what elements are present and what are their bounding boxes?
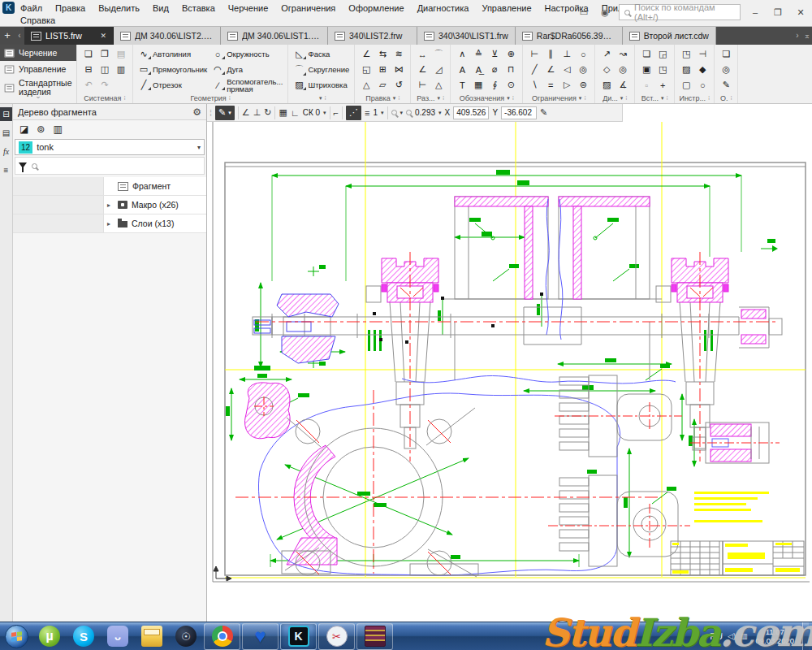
- tool-icon[interactable]: ∮: [486, 80, 503, 90]
- tool-icon[interactable]: +: [654, 80, 671, 90]
- tree-row[interactable]: ▸Макро (x26): [13, 196, 206, 214]
- eyedropper-icon[interactable]: ✎: [540, 107, 547, 118]
- x-coordinate-field[interactable]: 409.526: [453, 106, 489, 119]
- document-tab[interactable]: ДМ 340.06\LIST1.frw: [221, 27, 328, 45]
- current-layer-value[interactable]: 1: [373, 108, 378, 117]
- chevron-down-icon[interactable]: ▾: [507, 95, 510, 102]
- chevron-down-icon[interactable]: ▾: [381, 110, 384, 116]
- menu-item[interactable]: Оформление: [348, 3, 404, 13]
- tool-icon[interactable]: ↔: [414, 50, 430, 59]
- tool-icon[interactable]: ≋: [391, 49, 407, 59]
- tool-icon[interactable]: ↶: [80, 80, 97, 90]
- drag-handle[interactable]: ⁞: [209, 108, 212, 118]
- minimize-button[interactable]: –: [747, 7, 763, 17]
- tool-icon[interactable]: ▤: [113, 49, 129, 59]
- tool-icon[interactable]: ↝: [615, 49, 631, 59]
- tree-search-icon[interactable]: [32, 163, 37, 169]
- expand-icon[interactable]: ▸: [107, 220, 114, 228]
- language-indicator[interactable]: RU: [710, 631, 723, 641]
- tool-button[interactable]: ∿Автолиния: [136, 46, 209, 62]
- tool-icon[interactable]: ▱: [374, 80, 391, 90]
- menu-item[interactable]: Управление: [481, 3, 532, 13]
- tabs-scroll-left[interactable]: ‹: [15, 27, 24, 45]
- taskbar-explorer-button[interactable]: [136, 623, 168, 650]
- tool-icon[interactable]: ◳: [678, 49, 694, 59]
- command-search[interactable]: Поиск по командам (Alt+/): [619, 4, 741, 20]
- tool-icon[interactable]: △: [358, 80, 374, 90]
- tool-icon[interactable]: ⊓: [503, 64, 519, 75]
- clock[interactable]: 11:07 09.03.2020: [752, 627, 797, 645]
- tool-icon[interactable]: ∥: [542, 49, 559, 59]
- tool-icon[interactable]: А: [454, 65, 470, 75]
- taskbar-steam-button[interactable]: ☉: [170, 623, 202, 650]
- tool-icon[interactable]: ◁: [559, 64, 575, 75]
- taskbar-utorrent-button[interactable]: µ: [33, 623, 66, 650]
- tool-icon[interactable]: ⊣: [694, 49, 710, 59]
- tool-icon[interactable]: А̲: [470, 65, 486, 75]
- close-tab-icon[interactable]: ✕: [98, 32, 106, 40]
- y-coordinate-field[interactable]: -36.602: [501, 106, 537, 119]
- document-tab[interactable]: ДМ 340.06\LIST2.frw: [114, 27, 221, 45]
- taskbar-kompas-button[interactable]: K: [280, 623, 317, 650]
- tool-icon[interactable]: =: [542, 80, 559, 90]
- tool-icon[interactable]: ⊻: [486, 49, 503, 59]
- tool-icon[interactable]: ↷: [97, 80, 113, 90]
- tool-icon[interactable]: ⌀: [486, 64, 503, 75]
- image-tool-icon[interactable]: ▥: [53, 124, 62, 135]
- tool-icon[interactable]: ⊙: [503, 80, 519, 90]
- tree-row[interactable]: ▸Слои (x13): [13, 214, 206, 233]
- properties-icon[interactable]: ▤: [0, 126, 12, 140]
- chevron-down-icon[interactable]: ▾: [579, 95, 582, 102]
- snap-angle-icon[interactable]: ∠: [242, 107, 250, 118]
- tool-icon[interactable]: ⊢: [526, 49, 542, 59]
- tool-icon[interactable]: ≙: [470, 49, 486, 59]
- tool-icon[interactable]: ○: [575, 50, 591, 59]
- filter-icon[interactable]: [19, 162, 27, 172]
- tool-icon[interactable]: △: [430, 80, 447, 90]
- grid-icon[interactable]: ▦: [279, 107, 287, 118]
- close-button[interactable]: ✕: [793, 7, 809, 18]
- tool-icon[interactable]: Т: [454, 80, 470, 90]
- menu-item[interactable]: Правка: [54, 3, 86, 13]
- restore-button[interactable]: ❐: [770, 7, 786, 18]
- layer-combo[interactable]: 12 tonk ▾: [15, 139, 205, 155]
- tool-icon[interactable]: ◱: [358, 64, 374, 75]
- tool-button[interactable]: ○Окружность: [210, 46, 284, 62]
- tool-icon[interactable]: ○: [694, 80, 710, 90]
- taskbar-discord-button[interactable]: ᴗ: [102, 623, 134, 650]
- tool-icon[interactable]: ⋈: [391, 64, 407, 75]
- tool-icon[interactable]: ⊜: [575, 80, 591, 90]
- snap-perp-icon[interactable]: ⊥: [253, 107, 261, 118]
- screenshot-icon[interactable]: ◉: [598, 7, 612, 18]
- tool-icon[interactable]: ⊟: [80, 64, 97, 75]
- coordinate-system-value[interactable]: СК 0: [303, 108, 320, 117]
- menu-item[interactable]: Диагностика: [417, 3, 470, 13]
- tray-expand-icon[interactable]: ▴: [702, 632, 706, 640]
- tree-row[interactable]: Фрагмент: [13, 177, 206, 196]
- variables-icon[interactable]: fx: [0, 145, 12, 158]
- tool-icon[interactable]: ◆: [694, 64, 710, 75]
- document-tab[interactable]: LIST5.frw✕: [24, 27, 114, 45]
- chevron-down-icon[interactable]: ▾: [197, 144, 201, 151]
- tool-icon[interactable]: ❐: [97, 49, 113, 59]
- volume-icon[interactable]: ◁): [728, 632, 736, 640]
- chevron-down-icon[interactable]: ▾: [438, 110, 442, 116]
- document-tab[interactable]: 340\LIST2.frw: [328, 27, 417, 45]
- tool-icon[interactable]: ⇆: [374, 49, 391, 59]
- tabs-scroll-right[interactable]: ›: [793, 27, 802, 45]
- network-icon[interactable]: ▥: [741, 632, 748, 640]
- tool-icon[interactable]: ◲: [654, 49, 671, 59]
- menu-item[interactable]: Вставка: [181, 3, 216, 13]
- tool-button[interactable]: ▭Прямоугольник: [136, 62, 209, 77]
- tool-icon[interactable]: ∠: [414, 64, 430, 75]
- tool-icon[interactable]: ▨: [678, 64, 694, 75]
- chevron-down-icon[interactable]: ▾: [400, 110, 404, 116]
- tool-icon[interactable]: ◳: [654, 64, 671, 75]
- tool-button[interactable]: ⌒Скругление: [292, 62, 351, 77]
- tool-icon[interactable]: ↺: [391, 80, 407, 90]
- tool-icon[interactable]: ▥: [113, 64, 129, 75]
- tool-icon[interactable]: ❏: [80, 49, 97, 59]
- tool-icon[interactable]: ▷: [559, 80, 575, 90]
- taskbar-skype-button[interactable]: S: [67, 623, 100, 650]
- tool-icon[interactable]: ╱: [526, 64, 542, 75]
